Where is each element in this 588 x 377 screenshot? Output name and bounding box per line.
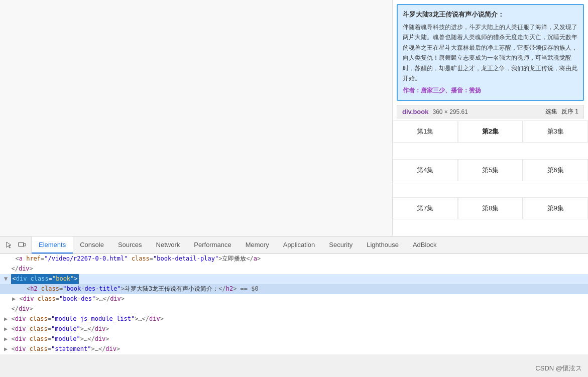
code-panel: <a href="/video/r2267-0-0.html" class="b… <box>0 254 588 354</box>
tab-console[interactable]: Console <box>73 236 111 254</box>
tab-network[interactable]: Network <box>149 236 187 254</box>
code-line: ▶ <div class="statement">…</div> <box>0 344 588 354</box>
code-line-selected[interactable]: ▼ <div class="book"> <box>0 274 588 284</box>
preview-area: 斗罗大陆3龙王传说有声小说简介： 伴随着魂导科技的进步，斗罗大陆上的人类征服了海… <box>0 0 588 236</box>
code-line-h2[interactable]: <h2 class="book-des-title">斗罗大陆3龙王传说有声小说… <box>0 284 588 294</box>
episodes-grid: 第1集 第2集 第3集 第4集 第5集 第6集 第7集 第8集 第9集 <box>393 120 588 236</box>
book-card-title: 斗罗大陆3龙王传说有声小说简介： <box>403 10 578 19</box>
episode-item[interactable]: 第9集 <box>523 197 588 219</box>
code-line: </div> <box>0 304 588 314</box>
toolbar-icons <box>0 236 32 254</box>
tab-lighthouse[interactable]: Lighthouse <box>360 236 406 254</box>
right-panel: 斗罗大陆3龙王传说有声小说简介： 伴随着魂导科技的进步，斗罗大陆上的人类征服了海… <box>392 0 588 236</box>
episode-item[interactable]: 第5集 <box>458 159 523 181</box>
page-preview <box>0 0 392 236</box>
author-label: 作者： <box>403 87 421 94</box>
tab-adblock[interactable]: AdBlock <box>406 236 444 254</box>
element-tag: div.book <box>402 108 428 115</box>
code-line: <a href="/video/r2267-0-0.html" class="b… <box>0 254 588 264</box>
tab-application[interactable]: Application <box>276 236 322 254</box>
code-line: ▶ <div class="module">…</div> <box>0 334 588 344</box>
book-card: 斗罗大陆3龙王传说有声小说简介： 伴随着魂导科技的进步，斗罗大陆上的人类征服了海… <box>397 4 584 101</box>
element-badge: div.book 360 × 295.61 选集 反序 1 <box>397 105 584 118</box>
tab-security[interactable]: Security <box>322 236 360 254</box>
book-card-desc: 伴随着魂导科技的进步，斗罗大陆上的人类征服了海洋，又发现了两片大陆。魂兽也随着人… <box>403 22 578 83</box>
element-badge-actions: 选集 反序 1 <box>545 107 578 116</box>
element-dimensions: 360 × 295.61 <box>432 108 467 115</box>
tab-elements[interactable]: Elements <box>32 236 73 254</box>
author-name: 唐家三少 <box>421 87 445 94</box>
episode-item[interactable]: 第3集 <box>523 120 588 143</box>
episode-item[interactable]: 第6集 <box>523 159 588 181</box>
tab-performance[interactable]: Performance <box>187 236 238 254</box>
svg-rect-0 <box>19 242 24 246</box>
watermark: CSDN @懷泫ス <box>535 364 582 373</box>
episode-item[interactable]: 第8集 <box>458 197 523 219</box>
reverse-btn[interactable]: 反序 1 <box>561 107 578 116</box>
code-line: ▶ <div class="module js_module_list">…</… <box>0 314 588 324</box>
episode-item[interactable]: 第4集 <box>393 159 458 181</box>
code-line: ▶ <div class="module">…</div> <box>0 324 588 334</box>
tab-memory[interactable]: Memory <box>239 236 276 254</box>
code-line: </div> <box>0 264 588 274</box>
devtools-toolbar: Elements Console Sources Network Perform… <box>0 236 588 254</box>
episode-item[interactable]: 第2集 <box>458 120 523 143</box>
responsive-icon[interactable] <box>17 240 27 250</box>
episode-item[interactable]: 第7集 <box>393 197 458 219</box>
book-card-author: 作者：唐家三少、播音：赞扬 <box>403 86 578 95</box>
episode-item[interactable]: 第1集 <box>393 120 458 143</box>
narrator-label: 、播音： <box>445 87 469 94</box>
select-btn[interactable]: 选集 <box>545 107 557 116</box>
code-line: ▶ <div class="book-des">…</div> <box>0 294 588 304</box>
tab-sources[interactable]: Sources <box>111 236 149 254</box>
tabs-container: Elements Console Sources Network Perform… <box>32 236 588 254</box>
cursor-icon[interactable] <box>4 240 14 250</box>
narrator-name: 赞扬 <box>469 87 481 94</box>
